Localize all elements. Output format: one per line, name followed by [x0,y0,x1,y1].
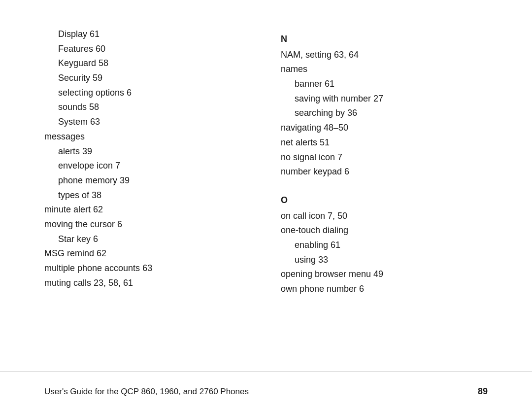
list-item: banner 61 [281,77,488,92]
section-letter-o: O [281,193,488,208]
left-column: Display 61 Features 60 Keyguard 58 Secur… [44,27,251,322]
list-item: number keypad 6 [281,165,488,179]
list-item: navigating 48–50 [281,121,488,136]
list-item: Security 59 [44,71,251,86]
page-content: Display 61 Features 60 Keyguard 58 Secur… [0,0,532,372]
list-item: using 33 [281,253,488,268]
list-item: Star key 6 [44,232,251,247]
list-item: multiple phone accounts 63 [44,261,251,276]
list-item: envelope icon 7 [44,159,251,173]
list-item: types of 38 [44,188,251,203]
list-item: System 63 [44,115,251,130]
list-item: names [281,62,488,77]
list-item: Keyguard 58 [44,56,251,71]
list-item: enabling 61 [281,238,488,253]
list-item: Features 60 [44,42,251,57]
list-item: phone memory 39 [44,173,251,188]
list-item: messages [44,130,251,144]
list-item: opening browser menu 49 [281,267,488,282]
footer-text: User's Guide for the QCP 860, 1960, and … [44,387,249,397]
footer-page-number: 89 [478,386,488,397]
list-item: own phone number 6 [281,282,488,297]
list-item: searching by 36 [281,106,488,121]
list-item: on call icon 7, 50 [281,209,488,224]
list-item: one-touch dialing [281,223,488,238]
list-item: saving with number 27 [281,92,488,106]
list-item: net alerts 51 [281,136,488,150]
list-item: no signal icon 7 [281,150,488,165]
list-item: muting calls 23, 58, 61 [44,276,251,291]
list-item: sounds 58 [44,100,251,115]
list-item: NAM, setting 63, 64 [281,48,488,63]
list-item: Display 61 [44,27,251,42]
list-item: alerts 39 [44,144,251,159]
list-item: moving the cursor 6 [44,217,251,232]
list-item: minute alert 62 [44,203,251,217]
list-item: MSG remind 62 [44,246,251,261]
footer: User's Guide for the QCP 860, 1960, and … [0,372,532,411]
list-item: selecting options 6 [44,86,251,101]
section-letter-n: N [281,32,488,47]
right-column: N NAM, setting 63, 64 names banner 61 sa… [281,27,488,322]
